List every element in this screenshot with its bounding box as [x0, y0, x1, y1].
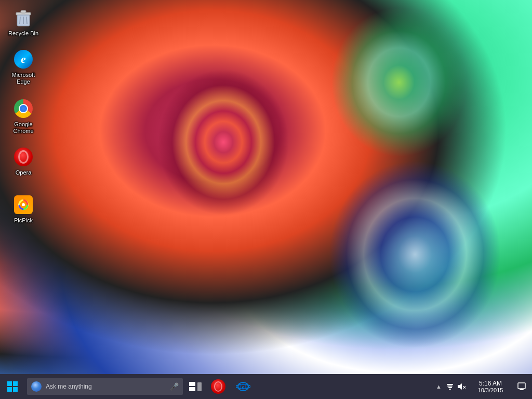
search-bar[interactable]: Ask me anything 🎤	[27, 378, 183, 395]
system-tray: ▲ ✕ 5:16 AM 10/3/2015	[435, 374, 532, 399]
taskbar-opera[interactable]	[206, 374, 231, 399]
svg-rect-16	[520, 389, 524, 390]
edge-icon: e	[13, 49, 34, 70]
taskbar-ie-icon: e	[236, 379, 250, 394]
cortana-icon	[31, 381, 42, 392]
volume-icon[interactable]: ✕	[456, 382, 467, 391]
svg-text:e: e	[242, 384, 245, 390]
taskbar-ie[interactable]: e	[231, 374, 256, 399]
picpick-icon	[13, 194, 34, 215]
action-center-icon	[517, 382, 526, 391]
desktop-icon-opera[interactable]: Opera	[5, 144, 42, 178]
taskbar-opera-icon	[211, 379, 225, 394]
desktop: Recycle Bin e Microsoft Edge Google Chro…	[0, 0, 532, 374]
svg-text:✕: ✕	[462, 385, 466, 390]
svg-marker-13	[458, 383, 462, 390]
start-button[interactable]	[0, 374, 25, 399]
network-icon[interactable]	[446, 383, 454, 391]
svg-rect-6	[17, 15, 30, 26]
microphone-icon[interactable]: 🎤	[170, 382, 179, 391]
clock[interactable]: 5:16 AM 10/3/2015	[470, 374, 511, 399]
desktop-icon-picpick[interactable]: PicPick	[5, 192, 42, 226]
chrome-icon	[13, 98, 34, 119]
svg-rect-2	[21, 10, 26, 13]
svg-point-8	[22, 203, 25, 206]
task-view-icon	[189, 382, 202, 391]
show-hidden-icons-button[interactable]: ▲	[435, 383, 443, 390]
opera-label: Opera	[16, 169, 32, 176]
search-placeholder-text: Ask me anything	[46, 383, 166, 390]
opera-icon	[13, 147, 34, 167]
edge-label: Microsoft Edge	[7, 72, 39, 85]
speaker-icon: ✕	[457, 383, 466, 390]
desktop-icon-recycle-bin[interactable]: Recycle Bin	[5, 5, 42, 39]
chrome-label: Google Chrome	[7, 121, 39, 135]
recycle-bin-label: Recycle Bin	[8, 30, 38, 37]
desktop-icon-google-chrome[interactable]: Google Chrome	[5, 96, 42, 137]
svg-rect-15	[518, 383, 525, 389]
windows-logo-icon	[7, 381, 18, 392]
desktop-icon-microsoft-edge[interactable]: e Microsoft Edge	[5, 47, 42, 87]
taskbar: Ask me anything 🎤 e ▲	[0, 374, 532, 399]
clock-date: 10/3/2015	[478, 387, 503, 393]
picpick-label: PicPick	[14, 217, 33, 224]
action-center-button[interactable]	[511, 374, 532, 399]
clock-time: 5:16 AM	[479, 380, 502, 387]
task-view-button[interactable]	[185, 374, 206, 399]
tray-icons: ✕	[443, 382, 470, 391]
recycle-bin-icon	[13, 7, 34, 28]
